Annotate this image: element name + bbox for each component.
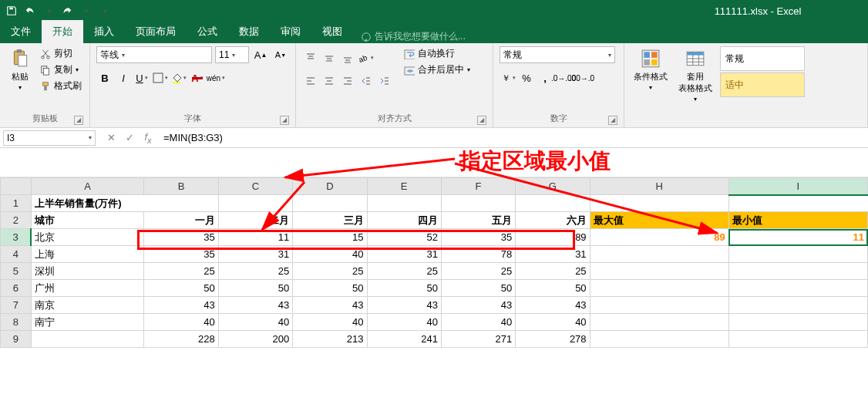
insert-function-button[interactable]: fx bbox=[140, 130, 156, 146]
decrease-indent-button[interactable] bbox=[358, 72, 375, 89]
increase-font-button[interactable]: A▲ bbox=[252, 46, 269, 63]
cell-B3[interactable]: 35 bbox=[144, 229, 218, 246]
col-header-D[interactable]: D bbox=[293, 178, 367, 195]
cell-A1[interactable]: 上半年销售量(万件) bbox=[31, 195, 218, 212]
col-header-A[interactable]: A bbox=[31, 178, 144, 195]
bold-button[interactable]: B bbox=[96, 69, 113, 86]
increase-indent-button[interactable] bbox=[376, 72, 393, 89]
align-right-button[interactable] bbox=[339, 72, 356, 89]
row-header-1[interactable]: 1 bbox=[1, 195, 32, 212]
tell-me-box[interactable]: 告诉我您想要做什么... bbox=[361, 30, 466, 43]
orientation-button[interactable]: ab▾ bbox=[358, 49, 375, 66]
col-header-E[interactable]: E bbox=[367, 178, 441, 195]
paste-button[interactable]: 粘贴 ▾ bbox=[6, 46, 34, 93]
number-format-combo[interactable]: 常规▾ bbox=[500, 46, 615, 63]
font-color-button[interactable]: A▾ bbox=[189, 69, 206, 86]
align-middle-button[interactable] bbox=[321, 49, 338, 66]
cell-F2[interactable]: 五月 bbox=[441, 212, 515, 229]
select-all-corner[interactable] bbox=[1, 178, 32, 195]
cell-A3[interactable]: 北京 bbox=[31, 229, 144, 246]
cell-H3[interactable]: 89 bbox=[590, 229, 728, 246]
cut-button[interactable]: 剪切 bbox=[39, 46, 83, 61]
cancel-formula-button[interactable]: ✕ bbox=[103, 130, 119, 146]
decrease-font-button[interactable]: A▼ bbox=[272, 46, 289, 63]
accounting-format-button[interactable]: ￥▾ bbox=[500, 69, 516, 86]
cell-A5[interactable]: 深圳 bbox=[31, 263, 144, 280]
row-header-9[interactable]: 9 bbox=[1, 331, 32, 348]
tab-review[interactable]: 审阅 bbox=[270, 20, 311, 43]
qat-customize-dropdown[interactable] bbox=[97, 4, 111, 18]
merge-center-button[interactable]: 合并后居中▾ bbox=[402, 62, 472, 77]
copy-button[interactable]: 复制▾ bbox=[39, 62, 83, 77]
border-button[interactable]: ▾ bbox=[152, 69, 169, 86]
align-launcher[interactable]: ◢ bbox=[477, 116, 486, 125]
cell-style-neutral[interactable]: 适中 bbox=[720, 72, 805, 97]
row-header-3[interactable]: 3 bbox=[1, 229, 32, 246]
cell-F3[interactable]: 35 bbox=[441, 229, 515, 246]
cell-A2[interactable]: 城市 bbox=[31, 212, 144, 229]
wrap-text-button[interactable]: 自动换行 bbox=[402, 46, 472, 61]
col-header-B[interactable]: B bbox=[144, 178, 218, 195]
tab-insert[interactable]: 插入 bbox=[83, 20, 125, 43]
row-header-2[interactable]: 2 bbox=[1, 212, 32, 229]
undo-dropdown[interactable] bbox=[42, 4, 56, 18]
tab-data[interactable]: 数据 bbox=[228, 20, 270, 43]
cell-C2[interactable]: 二月 bbox=[218, 212, 292, 229]
italic-button[interactable]: I bbox=[115, 69, 132, 86]
col-header-C[interactable]: C bbox=[218, 178, 292, 195]
col-header-G[interactable]: G bbox=[516, 178, 590, 195]
undo-icon[interactable] bbox=[23, 4, 37, 18]
align-top-button[interactable] bbox=[302, 49, 319, 66]
redo-icon[interactable] bbox=[60, 4, 74, 18]
font-size-combo[interactable]: 11▾ bbox=[215, 46, 249, 63]
cell-E2[interactable]: 四月 bbox=[367, 212, 441, 229]
cell-A7[interactable]: 南京 bbox=[31, 297, 144, 314]
tab-formulas[interactable]: 公式 bbox=[187, 20, 228, 43]
row-header-7[interactable]: 7 bbox=[1, 297, 32, 314]
redo-dropdown[interactable] bbox=[79, 4, 93, 18]
cell-A6[interactable]: 广州 bbox=[31, 280, 144, 297]
enter-formula-button[interactable]: ✓ bbox=[122, 130, 137, 146]
font-family-combo[interactable]: 等线▾ bbox=[96, 46, 212, 63]
align-center-button[interactable] bbox=[321, 72, 338, 89]
tab-file[interactable]: 文件 bbox=[0, 20, 42, 43]
font-launcher[interactable]: ◢ bbox=[280, 116, 289, 125]
phonetic-button[interactable]: wén▾ bbox=[207, 69, 224, 86]
cell-style-normal[interactable]: 常规 bbox=[720, 46, 805, 71]
row-header-4[interactable]: 4 bbox=[1, 246, 32, 263]
cell-D2[interactable]: 三月 bbox=[293, 212, 367, 229]
name-box[interactable]: I3▾ bbox=[3, 130, 96, 146]
clipboard-launcher[interactable]: ◢ bbox=[74, 116, 83, 125]
col-header-F[interactable]: F bbox=[441, 178, 515, 195]
cell-G3[interactable]: 89 bbox=[516, 229, 590, 246]
conditional-format-button[interactable]: 条件格式▾ bbox=[631, 46, 671, 93]
cell-D3[interactable]: 15 bbox=[293, 229, 367, 246]
row-header-8[interactable]: 8 bbox=[1, 314, 32, 331]
cell-G2[interactable]: 六月 bbox=[516, 212, 590, 229]
tab-home[interactable]: 开始 bbox=[42, 20, 83, 43]
row-header-5[interactable]: 5 bbox=[1, 263, 32, 280]
align-bottom-button[interactable] bbox=[339, 49, 356, 66]
cell-H2[interactable]: 最大值 bbox=[590, 212, 728, 229]
cell-I2[interactable]: 最小值 bbox=[728, 212, 867, 229]
tab-view[interactable]: 视图 bbox=[311, 20, 353, 43]
cell-A8[interactable]: 南宁 bbox=[31, 314, 144, 331]
format-painter-button[interactable]: 格式刷 bbox=[39, 79, 83, 93]
align-left-button[interactable] bbox=[302, 72, 319, 89]
cell-I3[interactable]: 11 bbox=[728, 229, 867, 246]
format-as-table-button[interactable]: 套用 表格格式▾ bbox=[675, 46, 715, 104]
underline-button[interactable]: U▾ bbox=[133, 69, 150, 86]
col-header-I[interactable]: I bbox=[728, 178, 867, 195]
col-header-H[interactable]: H bbox=[590, 178, 728, 195]
percent-button[interactable]: % bbox=[518, 69, 535, 86]
cell-C3[interactable]: 11 bbox=[218, 229, 292, 246]
save-icon[interactable] bbox=[5, 4, 19, 18]
formula-input[interactable] bbox=[160, 130, 868, 146]
fill-color-button[interactable]: ▾ bbox=[170, 69, 187, 86]
tab-pagelayout[interactable]: 页面布局 bbox=[125, 20, 187, 43]
number-launcher[interactable]: ◢ bbox=[608, 116, 617, 125]
cell-B2[interactable]: 一月 bbox=[144, 212, 218, 229]
cell-E3[interactable]: 52 bbox=[367, 229, 441, 246]
cell-A4[interactable]: 上海 bbox=[31, 246, 144, 263]
decrease-decimal-button[interactable]: .00→.0 bbox=[574, 69, 590, 86]
